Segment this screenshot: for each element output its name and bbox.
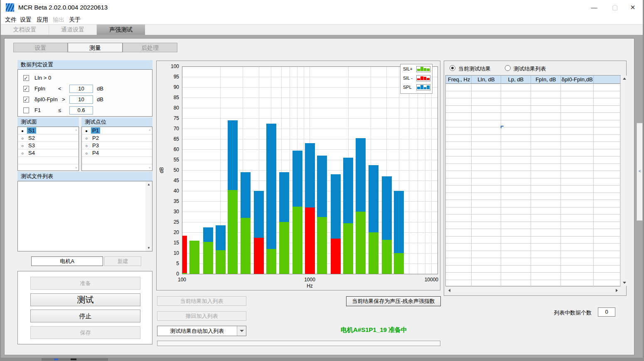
scroll-up-icon[interactable] <box>623 78 626 80</box>
collapse-left-icon: < <box>639 169 641 173</box>
point-item-p3[interactable]: P3 <box>82 142 152 149</box>
menu-apply[interactable]: 应用 <box>37 16 48 24</box>
table-cell <box>501 178 531 185</box>
tab-channel-settings[interactable]: 通道设置 <box>49 24 97 35</box>
combo-dropdown-icon[interactable] <box>237 326 246 336</box>
table-row[interactable] <box>446 244 620 251</box>
table-row[interactable] <box>446 142 620 149</box>
new-button[interactable]: 新建 <box>104 256 141 266</box>
scroll-down-icon[interactable]: ▼ <box>148 166 151 169</box>
table-cell <box>561 258 594 265</box>
auto-add-combobox[interactable]: 测试结果自动加入列表 <box>157 326 246 336</box>
motor-a-button[interactable]: 电机A <box>31 256 103 266</box>
surface-item-s1[interactable]: S1 <box>18 127 79 134</box>
scroll-up-icon[interactable]: ▲ <box>147 183 150 186</box>
surface-item-s2[interactable]: S2 <box>18 134 79 142</box>
table-row[interactable] <box>446 171 620 178</box>
table-cell <box>472 120 501 127</box>
table-row[interactable] <box>446 229 620 237</box>
scroll-right-icon[interactable] <box>616 289 618 292</box>
table-row[interactable] <box>446 127 620 135</box>
table-row[interactable] <box>446 237 620 244</box>
surface-item-s3[interactable]: S3 <box>18 142 79 149</box>
result-list-radio[interactable] <box>505 65 511 71</box>
table-row[interactable] <box>446 258 620 266</box>
table-row[interactable] <box>446 185 620 193</box>
menu-file[interactable]: 文件 <box>5 16 17 24</box>
tab-sound-intensity-test[interactable]: 声强测试 <box>97 24 145 35</box>
table-row[interactable] <box>446 98 620 106</box>
table-row[interactable] <box>446 106 620 113</box>
svg-text:Hz: Hz <box>307 283 313 289</box>
table-row[interactable] <box>446 84 620 91</box>
subtab-measure[interactable]: 测量 <box>68 43 123 52</box>
table-cell <box>501 98 531 105</box>
file-listbox[interactable]: ▲ ▼ <box>17 181 152 251</box>
subtab-postprocess[interactable]: 后处理 <box>123 43 177 52</box>
table-row[interactable] <box>446 164 620 171</box>
table-cell <box>594 156 620 163</box>
table-cell <box>472 229 501 236</box>
scroll-down-icon[interactable]: ▼ <box>147 246 150 250</box>
judge-row-fpin: ✓ FpIn < 10 dB <box>18 85 152 93</box>
table-row[interactable] <box>446 207 620 215</box>
table-row[interactable] <box>446 273 620 280</box>
lin-checkbox[interactable]: ✓ <box>23 75 29 81</box>
table-cell <box>446 222 472 229</box>
table-row[interactable] <box>446 156 620 164</box>
svg-text:10000: 10000 <box>425 277 439 283</box>
table-row[interactable] <box>446 251 620 259</box>
menu-settings[interactable]: 设置 <box>20 16 32 24</box>
table-cell <box>501 229 531 236</box>
close-button[interactable]: ✕ <box>627 2 639 12</box>
table-row[interactable] <box>446 215 620 222</box>
results-vscrollbar[interactable] <box>620 76 627 286</box>
table-row[interactable] <box>446 120 620 128</box>
fpin-checkbox[interactable]: ✓ <box>23 86 29 92</box>
scroll-down-icon[interactable] <box>623 282 626 284</box>
current-result-radio[interactable] <box>450 65 455 71</box>
results-hscrollbar[interactable] <box>446 286 620 295</box>
scroll-down-icon[interactable]: ▼ <box>75 166 78 169</box>
scroll-up-icon[interactable]: ▲ <box>75 128 78 131</box>
table-row[interactable] <box>446 222 620 229</box>
maximize-button[interactable]: ▢ <box>609 2 621 12</box>
point-item-p2[interactable]: P2 <box>82 134 152 142</box>
file-list-header: 测试文件列表 <box>17 172 152 181</box>
panel-collapse-splitter[interactable]: < <box>637 123 643 221</box>
file-list-scrollbar[interactable]: ▲ ▼ <box>145 181 152 251</box>
table-cell <box>501 91 531 98</box>
scroll-up-icon[interactable]: ▲ <box>148 128 151 131</box>
judge-settings-header: 数据判定设置 <box>17 60 152 69</box>
f1-threshold-input[interactable]: 0.6 <box>69 106 93 115</box>
table-row[interactable] <box>446 178 620 186</box>
tab-document-settings[interactable]: 文档设置 <box>1 24 49 35</box>
menu-about[interactable]: 关于 <box>69 16 81 24</box>
test-button[interactable]: 测试 <box>30 293 140 306</box>
point-item-p4[interactable]: P4 <box>82 149 152 157</box>
stop-button[interactable]: 停止 <box>30 310 140 322</box>
table-row[interactable] <box>446 91 620 99</box>
list-count-label: 列表中数据个数 <box>554 309 592 317</box>
table-cell <box>501 127 531 134</box>
table-row[interactable] <box>446 193 620 200</box>
table-cell <box>446 266 472 273</box>
table-row[interactable] <box>446 200 620 207</box>
table-row[interactable] <box>446 113 620 120</box>
table-cell <box>472 178 501 185</box>
dpio-checkbox[interactable]: ✓ <box>23 97 29 102</box>
fpin-threshold-input[interactable]: 10 <box>69 85 93 93</box>
subtab-setup[interactable]: 设置 <box>13 43 68 52</box>
minimize-button[interactable]: — <box>588 2 600 12</box>
svg-text:20: 20 <box>174 229 179 235</box>
table-row[interactable] <box>446 149 620 157</box>
table-cell <box>472 266 501 273</box>
point-item-p1[interactable]: P1 <box>82 127 152 134</box>
surface-item-s4[interactable]: S4 <box>18 149 79 157</box>
table-row[interactable] <box>446 266 620 273</box>
dpio-threshold-input[interactable]: 10 <box>69 95 93 104</box>
scroll-left-icon[interactable] <box>448 289 450 292</box>
save-as-residual-index-button[interactable]: 当前结果保存为声压-残余声强指数 <box>346 296 441 306</box>
table-row[interactable] <box>446 135 620 142</box>
f1-checkbox[interactable]: ✓ <box>23 107 29 113</box>
